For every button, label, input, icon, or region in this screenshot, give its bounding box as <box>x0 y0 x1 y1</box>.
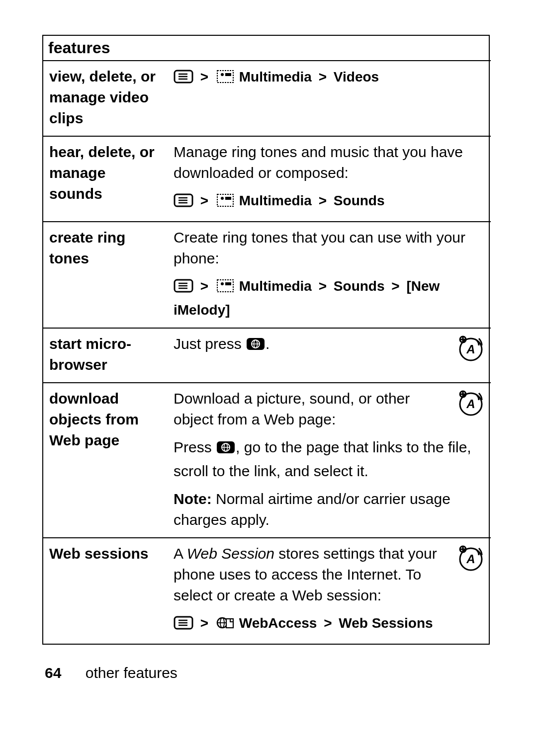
svg-text:A: A <box>466 552 475 566</box>
feature-desc: A Just press . <box>168 328 491 383</box>
table-row: Web sessions A A Web Session stores sett… <box>43 538 491 644</box>
nav-segment: WebAccess <box>239 615 317 631</box>
desc-text: Download a picture, sound, or other obje… <box>174 388 485 430</box>
nav-segment: Videos <box>334 69 379 84</box>
gt-symbol: > <box>197 69 211 84</box>
svg-text:A: A <box>466 397 475 411</box>
svg-text:A: A <box>466 342 475 356</box>
nav-segment: Multimedia <box>239 69 312 84</box>
menu-icon <box>174 192 193 214</box>
gt-symbol: > <box>197 193 211 208</box>
multimedia-icon <box>215 192 235 214</box>
svg-rect-11 <box>217 194 233 206</box>
desc-pre: A <box>174 545 187 562</box>
browser-key-icon <box>216 439 236 461</box>
section-title: other features <box>86 665 178 681</box>
menu-icon <box>174 278 193 300</box>
feature-label: create ring tones <box>43 222 168 328</box>
gt-symbol: > <box>197 278 211 294</box>
svg-rect-18 <box>217 280 233 292</box>
table-row: start micro-browser A Just press . <box>43 328 491 383</box>
note-body: Normal airtime and/or carrier usage char… <box>174 491 450 528</box>
network-feature-icon: A <box>457 544 485 578</box>
desc-text: Create ring tones that you can use with … <box>174 227 485 269</box>
svg-point-19 <box>221 282 224 285</box>
page-footer: 64 other features <box>45 665 178 681</box>
feature-label: Web sessions <box>43 538 168 644</box>
note-line: Note: Normal airtime and/or carrier usag… <box>174 489 485 530</box>
nav-path: > Multimedia > Sounds <box>174 190 485 214</box>
note-label: Note: <box>174 491 212 507</box>
svg-rect-20 <box>225 282 231 285</box>
gt-symbol: > <box>321 615 335 631</box>
gt-symbol: > <box>388 278 402 294</box>
menu-icon <box>174 615 193 637</box>
table-row: create ring tones Create ring tones that… <box>43 222 491 328</box>
desc-text: Just press <box>174 336 246 352</box>
table-row: view, delete, or manage video clips > Mu… <box>43 61 491 136</box>
svg-rect-13 <box>225 197 231 200</box>
nav-path: > Multimedia > Videos <box>174 69 379 84</box>
svg-point-5 <box>221 73 224 76</box>
gt-symbol: > <box>316 193 330 208</box>
desc-ital: Web Session <box>187 545 274 562</box>
feature-desc: A Download a picture, sound, or other ob… <box>168 383 491 538</box>
feature-label: hear, delete, or manage sounds <box>43 136 168 222</box>
nav-segment: Sounds <box>334 193 385 208</box>
nav-path: > Multimedia > Sounds > [New iMelody] <box>174 276 485 321</box>
gt-symbol: > <box>316 278 330 294</box>
svg-rect-4 <box>217 71 233 83</box>
feature-desc: > Multimedia > Videos <box>168 61 491 136</box>
feature-label: start micro-browser <box>43 328 168 383</box>
features-table: features view, delete, or manage video c… <box>43 36 491 644</box>
feature-desc: Manage ring tones and music that you hav… <box>168 136 491 222</box>
feature-desc: Create ring tones that you can use with … <box>168 222 491 328</box>
gt-symbol: > <box>316 69 330 84</box>
table-row: download objects from Web page A Downloa… <box>43 383 491 538</box>
feature-label: download objects from Web page <box>43 383 168 538</box>
press-line: Press , go to the page that links to the… <box>174 437 485 482</box>
multimedia-icon <box>215 278 235 300</box>
menu-icon <box>174 69 193 90</box>
feature-label: view, delete, or manage video clips <box>43 61 168 136</box>
desc-text: Manage ring tones and music that you hav… <box>174 142 485 183</box>
nav-segment: Sounds <box>334 278 385 294</box>
nav-segment: Multimedia <box>239 278 312 294</box>
svg-point-12 <box>221 197 224 200</box>
network-feature-icon: A <box>457 389 485 422</box>
table-header: features <box>43 36 491 61</box>
gt-symbol: > <box>197 615 211 631</box>
feature-desc: A A Web Session stores settings that you… <box>168 538 491 644</box>
nav-segment: Web Sessions <box>339 615 433 631</box>
multimedia-icon <box>215 69 235 90</box>
table-row: hear, delete, or manage sounds Manage ri… <box>43 136 491 222</box>
svg-rect-6 <box>225 73 231 76</box>
nav-segment: Multimedia <box>239 193 312 208</box>
features-table-frame: features view, delete, or manage video c… <box>42 35 490 645</box>
desc-text: . <box>266 336 269 352</box>
page-number: 64 <box>45 665 61 681</box>
webaccess-icon <box>215 615 235 637</box>
nav-path: > WebAccess > Web Sessions <box>174 613 485 637</box>
page: features view, delete, or manage video c… <box>0 0 537 756</box>
press-pre: Press <box>174 439 216 455</box>
browser-key-icon <box>246 336 266 357</box>
network-feature-icon: A <box>457 335 485 368</box>
